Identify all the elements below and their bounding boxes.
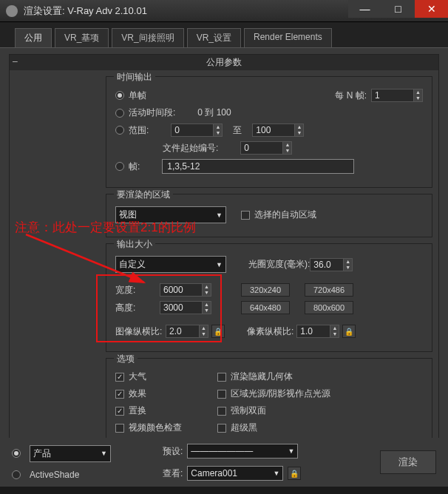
img-aspect-label: 图像纵横比: xyxy=(115,325,166,338)
area-light-label: 区域光源/阴影视作点光源 xyxy=(231,388,330,400)
radio-active-segment[interactable] xyxy=(115,109,124,118)
aperture-label: 光圈宽度(毫米): xyxy=(248,258,310,271)
video-color-checkbox[interactable] xyxy=(115,424,124,433)
chevron-down-icon: ▼ xyxy=(101,450,107,457)
viewport-value: Camera001 xyxy=(191,468,237,478)
radio-product[interactable] xyxy=(12,449,21,458)
pixel-aspect-spinner[interactable]: ▲▼ xyxy=(296,325,339,338)
width-spinner[interactable]: ▲▼ xyxy=(160,283,211,297)
active-segment-label: 活动时间段: xyxy=(129,106,175,119)
file-start-label: 文件起始编号: xyxy=(163,142,218,155)
viewport-lock[interactable]: 🔒 xyxy=(288,467,301,480)
render-area-dropdown[interactable]: 视图 ▼ xyxy=(115,206,226,223)
frames-label: 帧: xyxy=(129,160,140,173)
area-light-checkbox[interactable] xyxy=(217,390,226,399)
app-icon xyxy=(6,5,18,17)
chevron-down-icon: ▼ xyxy=(216,261,223,268)
group-label: 要渲染的区域 xyxy=(114,189,173,201)
hidden-geom-label: 渲染隐藏几何体 xyxy=(231,370,293,383)
preset-dropdown[interactable]: ——————— ▼ xyxy=(187,444,298,459)
img-aspect-lock[interactable]: 🔒 xyxy=(211,325,225,338)
render-button[interactable]: 渲染 xyxy=(380,450,436,474)
time-output-group: 时间输出 单帧 每 N 帧: ▲▼ 活动时间段: 0 到 100 xyxy=(106,76,432,188)
superblack-label: 超级黑 xyxy=(231,422,257,434)
tab-vr-base[interactable]: VR_基项 xyxy=(55,28,109,47)
output-size-group: 输出大小 自定义 ▼ 光圈宽度(毫米): ▲▼ 宽度: ▲▼ 320x240 7… xyxy=(106,243,432,352)
every-n-input[interactable] xyxy=(371,89,414,102)
pixel-aspect-label: 像素纵横比: xyxy=(247,325,293,338)
every-n-label: 每 N 帧: xyxy=(335,89,367,102)
radio-frames[interactable] xyxy=(115,162,124,171)
activeshade-label: ActiveShade xyxy=(30,470,79,480)
section-title: 公用参数 xyxy=(206,57,242,67)
single-frame-label: 单帧 xyxy=(129,89,146,102)
displace-checkbox[interactable] xyxy=(115,407,124,416)
range-from-spinner[interactable]: ▲▼ xyxy=(171,124,223,137)
preset-800x600[interactable]: 800x600 xyxy=(305,301,353,314)
radio-single-frame[interactable] xyxy=(115,91,124,100)
active-range: 0 到 100 xyxy=(197,106,231,119)
viewport-label: 查看: xyxy=(163,467,183,480)
auto-region-checkbox[interactable] xyxy=(241,211,250,220)
img-aspect-spinner[interactable]: ▲▼ xyxy=(166,325,208,338)
preset-320x240[interactable]: 320x240 xyxy=(241,283,290,297)
render-area-group: 要渲染的区域 视图 ▼ 选择的自动区域 xyxy=(106,194,432,237)
range-to-spinner[interactable]: ▲▼ xyxy=(252,124,304,137)
auto-region-label: 选择的自动区域 xyxy=(254,209,316,221)
atmos-checkbox[interactable] xyxy=(115,373,124,382)
product-label: 产品 xyxy=(33,447,51,460)
effects-label: 效果 xyxy=(129,388,217,400)
close-button[interactable]: ✕ xyxy=(415,0,448,18)
range-label: 范围: xyxy=(129,124,149,137)
custom-value: 自定义 xyxy=(119,258,146,271)
output-size-dropdown[interactable]: 自定义 ▼ xyxy=(115,256,226,273)
tab-vr-gi[interactable]: VR_间接照明 xyxy=(112,28,183,47)
frames-input[interactable] xyxy=(162,159,354,174)
effects-checkbox[interactable] xyxy=(115,390,124,399)
force2side-label: 强制双面 xyxy=(231,405,266,417)
displace-label: 置换 xyxy=(129,405,217,417)
height-spinner[interactable]: ▲▼ xyxy=(160,301,211,314)
group-label: 时间输出 xyxy=(114,71,155,84)
tab-vr-settings[interactable]: VR_设置 xyxy=(187,28,241,47)
product-dropdown[interactable]: 产品 ▼ xyxy=(30,445,111,462)
group-label: 选项 xyxy=(114,353,138,365)
preset-720x486[interactable]: 720x486 xyxy=(305,283,353,297)
minimize-button[interactable]: — xyxy=(348,0,381,18)
height-label: 高度: xyxy=(115,302,160,314)
tab-bar: 公用 VR_基项 VR_间接照明 VR_设置 Render Elements xyxy=(0,22,448,48)
radio-activeshade[interactable] xyxy=(12,470,21,479)
tab-render-elements[interactable]: Render Elements xyxy=(244,28,332,47)
atmos-label: 大气 xyxy=(129,370,217,383)
render-area-value: 视图 xyxy=(119,209,137,221)
preset-label: 预设: xyxy=(163,445,183,458)
aperture-spinner[interactable]: ▲▼ xyxy=(310,258,353,271)
chevron-down-icon: ▼ xyxy=(288,447,294,455)
superblack-checkbox[interactable] xyxy=(217,424,226,433)
viewport-dropdown[interactable]: Camera001 ▼ xyxy=(187,466,283,481)
content-panel: – 公用参数 时间输出 单帧 每 N 帧: ▲▼ 活动时间段: 0 到 xyxy=(0,48,448,446)
title-bar: 渲染设置: V-Ray Adv 2.10.01 — □ ✕ xyxy=(0,0,448,22)
collapse-icon[interactable]: – xyxy=(13,56,18,67)
tab-common[interactable]: 公用 xyxy=(15,28,52,47)
chevron-down-icon: ▼ xyxy=(216,212,223,219)
pixel-aspect-lock[interactable]: 🔒 xyxy=(342,325,356,338)
group-label: 输出大小 xyxy=(114,238,155,251)
range-to-label: 至 xyxy=(233,124,242,137)
chevron-down-icon: ▼ xyxy=(273,470,279,477)
radio-range[interactable] xyxy=(115,126,124,135)
footer: 产品 ▼ ActiveShade 预设: ——————— ▼ 查看: Camer… xyxy=(0,438,448,487)
video-color-label: 视频颜色检查 xyxy=(129,422,217,434)
maximize-button[interactable]: □ xyxy=(381,0,415,18)
preset-640x480[interactable]: 640x480 xyxy=(241,301,290,314)
hidden-geom-checkbox[interactable] xyxy=(217,373,226,382)
options-group: 选项 大气 渲染隐藏几何体 效果 区域光源/阴影视作点光源 置换 强制双面 xyxy=(106,358,432,446)
force2side-checkbox[interactable] xyxy=(217,407,226,416)
width-label: 宽度: xyxy=(115,284,160,297)
file-start-spinner[interactable]: ▲▼ xyxy=(240,141,292,155)
common-params-section: – 公用参数 时间输出 单帧 每 N 帧: ▲▼ 活动时间段: 0 到 xyxy=(9,54,439,446)
section-header: – 公用参数 xyxy=(10,55,438,70)
every-n-spinner[interactable]: ▲▼ xyxy=(371,89,423,102)
